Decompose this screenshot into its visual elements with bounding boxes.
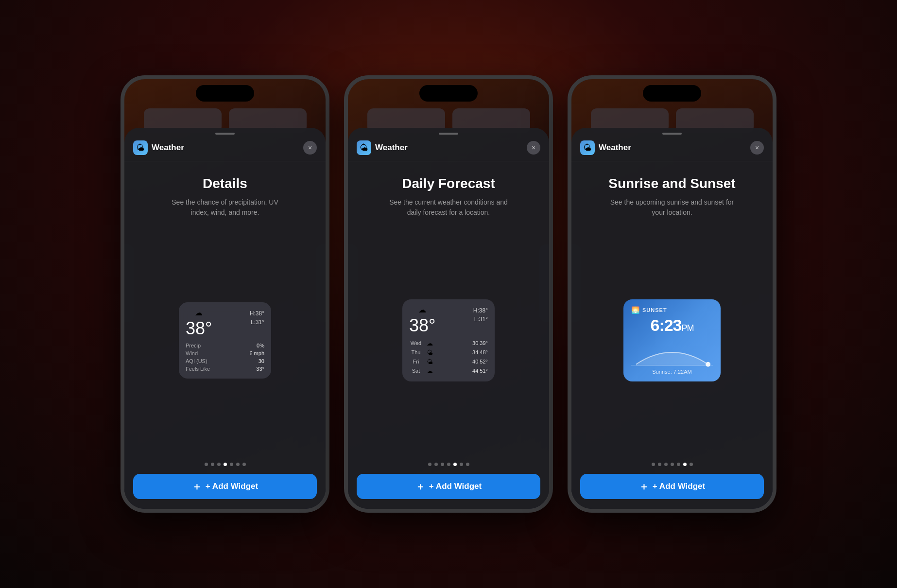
add-widget-button-2[interactable]: ＋ + Add Widget xyxy=(357,474,540,499)
dot-f5-active xyxy=(453,463,457,466)
sunset-time-value: 6:23 xyxy=(650,316,681,334)
dot-s1 xyxy=(652,463,655,466)
details-hl: H:38° L:31° xyxy=(250,309,264,327)
dot-f4 xyxy=(447,463,450,466)
pagination-forecast xyxy=(428,463,469,474)
details-widget-top: ☁ 38° H:38° L:31° xyxy=(186,308,264,339)
sheet-header-left-1: 🌤 Weather xyxy=(133,140,184,155)
details-temp-container: ☁ 38° xyxy=(186,308,212,339)
details-widget: ☁ 38° H:38° L:31° Precip 0% xyxy=(179,302,271,379)
widget-preview-sunrise: 🌅 SUNSET 6:23PM xyxy=(623,227,721,453)
sunset-label: SUNSET xyxy=(642,307,667,313)
details-low: L:31° xyxy=(250,318,264,327)
weather-app-icon-3: 🌤 xyxy=(580,140,595,155)
details-temp: 38° xyxy=(186,318,212,339)
dot-s6-active xyxy=(683,463,687,466)
forecast-low: L:31° xyxy=(473,315,488,324)
dot-s2 xyxy=(658,463,661,466)
dynamic-island-1 xyxy=(196,85,254,102)
sunset-icon: 🌅 xyxy=(631,306,639,314)
forecast-day-thu: Thu xyxy=(409,349,423,355)
details-value-precip: 0% xyxy=(257,343,264,348)
dynamic-island-2 xyxy=(419,85,478,102)
sheet-app-name-3: Weather xyxy=(599,143,631,153)
sheet-header-3: 🌤 Weather × xyxy=(571,135,773,161)
add-widget-label-2: + Add Widget xyxy=(429,482,482,491)
sheet-sunrise: 🌤 Weather × Sunrise and Sunset See the u… xyxy=(571,128,773,509)
sheet-forecast: 🌤 Weather × Daily Forecast See the curre… xyxy=(348,128,549,509)
forecast-day-sat: Sat xyxy=(409,368,423,374)
dot-6 xyxy=(236,463,240,466)
details-row-precip: Precip 0% xyxy=(186,342,264,349)
widget-description-forecast: See the current weather conditions and d… xyxy=(385,197,512,218)
forecast-icon-fri: 🌤 xyxy=(425,358,434,365)
sunset-period: PM xyxy=(682,323,694,333)
dynamic-island-3 xyxy=(643,85,701,102)
details-rows: Precip 0% Wind 6 mph AQI (US) 30 xyxy=(186,342,264,373)
add-widget-label-1: + Add Widget xyxy=(206,482,258,491)
forecast-icon-thu: 🌤 xyxy=(425,349,434,356)
pagination-details xyxy=(205,463,246,474)
forecast-temp-container: ☁ 38° xyxy=(409,305,435,336)
details-value-feels: 33° xyxy=(256,366,264,372)
sunrise-footer: Sunrise: 7:22AM xyxy=(631,369,713,375)
sunrise-arc-svg xyxy=(631,338,713,367)
sheet-app-name-1: Weather xyxy=(152,143,184,153)
dot-4-active xyxy=(224,463,227,466)
add-plus-icon-3: ＋ xyxy=(639,480,649,493)
close-button-3[interactable]: × xyxy=(750,141,764,155)
dot-f6 xyxy=(460,463,463,466)
weather-app-icon-1: 🌤 xyxy=(133,140,148,155)
forecast-icon-wed: ☁ xyxy=(425,340,434,347)
add-widget-button-1[interactable]: ＋ + Add Widget xyxy=(133,474,317,499)
sheet-details: 🌤 Weather × Details See the chance of pr… xyxy=(124,128,326,509)
pagination-sunrise xyxy=(652,463,693,474)
forecast-row-sat: Sat ☁ 44 51° xyxy=(409,366,488,376)
widget-info-forecast: Daily Forecast See the current weather c… xyxy=(376,161,521,463)
forecast-day-wed: Wed xyxy=(409,340,423,346)
dot-f7 xyxy=(466,463,469,466)
details-label-aqi: AQI (US) xyxy=(186,358,207,364)
phone-details: 🌤 Weather × Details See the chance of pr… xyxy=(121,75,329,513)
dot-7 xyxy=(242,463,246,466)
forecast-high: H:38° xyxy=(473,306,488,315)
phone-sunrise: 🌤 Weather × Sunrise and Sunset See the u… xyxy=(568,75,776,513)
sunrise-header: 🌅 SUNSET xyxy=(631,306,713,314)
details-label-wind: Wind xyxy=(186,350,198,356)
details-cloud-icon: ☁ xyxy=(186,308,212,317)
dot-5 xyxy=(230,463,233,466)
dot-s3 xyxy=(664,463,668,466)
widget-info-sunrise: Sunrise and Sunset See the upcoming sunr… xyxy=(599,161,745,463)
widget-title-sunrise: Sunrise and Sunset xyxy=(608,176,735,191)
dot-f2 xyxy=(434,463,438,466)
widget-description-sunrise: See the upcoming sunrise and sunset for … xyxy=(609,197,735,218)
dot-f1 xyxy=(428,463,431,466)
dot-3 xyxy=(217,463,221,466)
close-button-1[interactable]: × xyxy=(303,141,317,155)
add-widget-button-3[interactable]: ＋ + Add Widget xyxy=(580,474,764,499)
details-row-wind: Wind 6 mph xyxy=(186,349,264,357)
add-plus-icon-2: ＋ xyxy=(415,480,425,493)
details-row-feels: Feels Like 33° xyxy=(186,365,264,373)
sheet-header-2: 🌤 Weather × xyxy=(348,135,549,161)
forecast-hl: H:38° L:31° xyxy=(473,306,488,324)
widget-info-details: Details See the chance of precipitation,… xyxy=(152,161,298,463)
dot-2 xyxy=(211,463,214,466)
widget-preview-forecast: ☁ 38° H:38° L:31° Wed ☁ xyxy=(402,227,495,453)
forecast-widget: ☁ 38° H:38° L:31° Wed ☁ xyxy=(402,299,495,381)
forecast-temps-thu: 34 48° xyxy=(472,349,488,355)
phones-container: 🌤 Weather × Details See the chance of pr… xyxy=(121,75,776,513)
details-label-precip: Precip xyxy=(186,343,201,348)
forecast-row-wed: Wed ☁ 30 39° xyxy=(409,339,488,348)
sunrise-arc-container xyxy=(631,338,713,367)
sheet-header-left-2: 🌤 Weather xyxy=(357,140,408,155)
dot-f3 xyxy=(441,463,444,466)
widget-title-forecast: Daily Forecast xyxy=(402,176,495,191)
sheet-header-left-3: 🌤 Weather xyxy=(580,140,631,155)
details-value-aqi: 30 xyxy=(259,358,264,364)
forecast-day-fri: Fri xyxy=(409,359,423,364)
close-button-2[interactable]: × xyxy=(527,141,540,155)
forecast-temps-sat: 44 51° xyxy=(472,368,488,374)
forecast-cloud-icon: ☁ xyxy=(409,305,435,314)
sunrise-widget: 🌅 SUNSET 6:23PM xyxy=(623,299,721,381)
